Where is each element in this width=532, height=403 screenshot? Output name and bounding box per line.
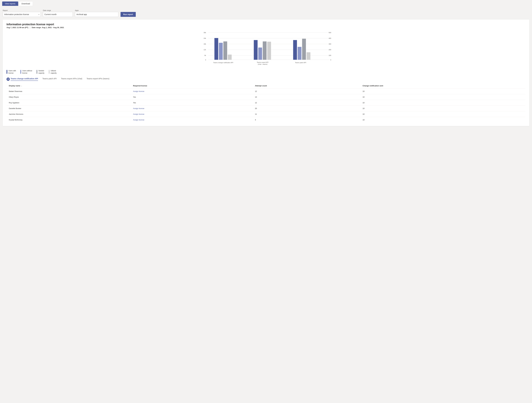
data-table: Display name ↓ Required license Attempt … (6, 83, 526, 123)
bar-g2-users-without-license (258, 48, 262, 60)
tab-badge: 10 (6, 77, 10, 81)
apps-label: Apps (75, 10, 118, 11)
report-select[interactable]: Information protection license ▾ (3, 12, 41, 17)
legend-item-users-with-license: Users withlicense (6, 70, 16, 74)
svg-text:30k: 30k (204, 32, 206, 33)
assign-license-link[interactable]: Assign license (133, 107, 144, 109)
report-label: Report (3, 10, 41, 11)
chart-legend: Users withlicense Users withoutlicense S… (6, 70, 526, 74)
legend-label-users-without-license: Users withoutlicense (22, 70, 32, 74)
cell-notification-sent: 10 (361, 106, 526, 111)
table-header-row: Display name ↓ Required license Attempt … (7, 83, 526, 88)
report-card: Information protection license report Au… (3, 19, 529, 126)
chart-area: 30k 24k 18k 12k 6k 0 500 400 300 200 100… (6, 31, 526, 67)
legend-label-seeded-capacity: Seededcapacity (38, 70, 44, 74)
svg-text:100: 100 (329, 55, 331, 56)
date-range-value: Current month (44, 13, 57, 15)
col-header-display-name[interactable]: Display name ↓ (7, 83, 131, 88)
cell-display-name: Danielle Booker (7, 106, 131, 111)
tab-teams-export-chat[interactable]: Teams export APIs (chat) (61, 77, 82, 81)
report-filter-group: Report Information protection license ▾ (3, 10, 41, 17)
cell-display-name: Roy Appleton (7, 100, 131, 106)
apps-filter-group: Apps Archival app (75, 10, 118, 17)
cell-required-license[interactable]: Assign license (131, 106, 253, 111)
table-row: Danielle BookerAssign license2010 (7, 106, 526, 111)
date-range-select[interactable]: Current month (43, 12, 73, 17)
download-tab[interactable]: Download (19, 1, 33, 6)
svg-text:0: 0 (205, 59, 206, 61)
svg-text:18k: 18k (204, 43, 206, 45)
legend-color-seeded-capacity (37, 70, 37, 74)
col-header-notification-sent: Change notification sent (361, 83, 526, 88)
assign-license-link[interactable]: Assign license (133, 113, 144, 115)
col-header-attempt-count: Attempt count (253, 83, 361, 88)
assign-license-link[interactable]: Assign license (133, 119, 144, 121)
bar-g3-seeded-capacity (302, 39, 306, 60)
svg-text:Teams export API: Teams export API (257, 62, 268, 63)
cell-required-license[interactable]: Assign license (131, 88, 253, 94)
legend-label-utilized-capacity: Utilizedcapacity (51, 70, 57, 74)
table-tabs-section: 10 Teams change notification API Teams p… (6, 77, 526, 123)
table-row: Krystal McKinneyAssign license410 (7, 117, 526, 123)
assign-license-link[interactable]: Assign license (133, 90, 144, 92)
bar-g2-users-with-license (254, 40, 258, 60)
active-tab-container: 10 Teams change notification API (6, 77, 38, 81)
cell-attempt-count: 12 (253, 88, 361, 94)
cell-display-name: Krystal McKinney (7, 117, 131, 123)
bar-g2-utilized-capacity (267, 42, 271, 60)
run-report-button[interactable]: Run report (120, 12, 136, 17)
bar-g2-seeded-capacity (263, 41, 267, 60)
svg-text:300: 300 (329, 43, 331, 45)
bar-g1-seeded-capacity (223, 41, 227, 60)
svg-text:200: 200 (329, 49, 331, 51)
legend-item-seeded-capacity: Seededcapacity (37, 70, 44, 74)
cell-attempt-count: 4 (253, 117, 361, 123)
bar-g1-users-with-license (215, 38, 218, 60)
bar-g3-utilized-capacity (307, 52, 310, 60)
toolbar: View reports Download (0, 0, 532, 7)
bar-g3-users-with-license (293, 40, 297, 60)
date-range-label: Date range (43, 10, 73, 11)
bar-g3-users-without-license (298, 47, 302, 60)
cell-attempt-count: 13 (253, 94, 361, 100)
table-tab-nav: 10 Teams change notification API Teams p… (6, 77, 526, 81)
report-select-value: Information protection license (4, 13, 29, 15)
cell-attempt-count: 12 (253, 100, 361, 106)
report-subtitle: Aug 7, 2021 11:59 am (PT) | Date range: … (6, 26, 526, 29)
cell-notification-sent: 10 (361, 100, 526, 106)
cell-required-license[interactable]: Assign license (131, 117, 253, 123)
bar-g1-utilized-capacity (228, 55, 232, 60)
chevron-down-icon: ▾ (38, 14, 39, 15)
svg-text:500: 500 (329, 32, 331, 33)
apps-select[interactable]: Archival app (75, 12, 118, 17)
col-header-required-license: Required license (131, 83, 253, 88)
table-row: Babak ShammasAssign license1210 (7, 88, 526, 94)
tab-teams-change[interactable]: Teams change notification API (11, 77, 38, 81)
svg-text:24k: 24k (204, 38, 206, 39)
date-range-filter-group: Date range Current month (43, 10, 73, 17)
svg-text:6k: 6k (204, 55, 206, 56)
sort-icon-display-name: ↓ (21, 85, 22, 87)
report-title: Information protection license report (6, 23, 526, 26)
cell-notification-sent: 10 (361, 94, 526, 100)
view-reports-tab[interactable]: View reports (2, 1, 18, 6)
bar-chart: 30k 24k 18k 12k 6k 0 500 400 300 200 100… (6, 31, 526, 67)
cell-notification-sent: 10 (361, 88, 526, 94)
apps-select-value: Archival app (76, 13, 87, 15)
cell-display-name: Jazmine Simmons (7, 111, 131, 117)
tab-teams-patch[interactable]: Teams patch API (42, 77, 57, 81)
cell-display-name: Hilary Reyes (7, 94, 131, 100)
legend-item-users-without-license: Users withoutlicense (20, 70, 32, 74)
date-range-label-text: Date range: (32, 26, 42, 29)
svg-text:400: 400 (329, 38, 331, 39)
svg-text:12k: 12k (204, 49, 206, 51)
legend-item-utilized-capacity: Utilizedcapacity (49, 70, 57, 74)
tab-teams-export-teams[interactable]: Teams export APIs (teams) (87, 77, 109, 81)
table-row: Jazmine SimmonsAssign license1110 (7, 111, 526, 117)
svg-text:0: 0 (330, 59, 331, 61)
cell-required-license[interactable]: Assign license (131, 111, 253, 117)
legend-color-users-without-license (20, 70, 21, 74)
svg-text:(chat + teams): (chat + teams) (258, 64, 267, 65)
cell-attempt-count: 20 (253, 106, 361, 111)
cell-required-license: Yes (131, 94, 253, 100)
